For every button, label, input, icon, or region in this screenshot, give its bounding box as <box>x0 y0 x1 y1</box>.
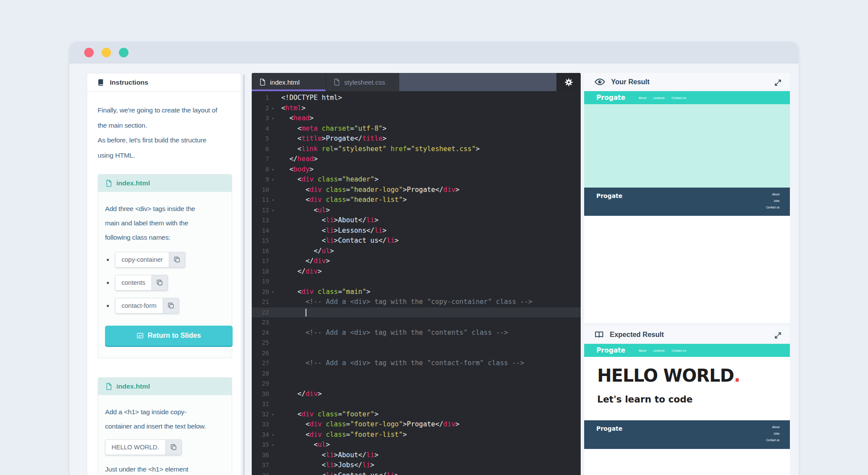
preview-footer-link[interactable]: Contact us <box>766 204 779 211</box>
your-result-header: Your Result <box>584 73 790 91</box>
your-result-main-area <box>584 104 790 188</box>
copy-button[interactable] <box>169 252 185 267</box>
code-line-6[interactable]: 6 <link rel="stylesheet" href="styleshee… <box>252 144 581 155</box>
copy-button[interactable] <box>163 298 179 313</box>
task-text: container and insert the text below. <box>105 419 226 433</box>
task-text: main and label them with the <box>105 216 226 230</box>
preview-nav-link[interactable]: Lessons <box>653 349 664 352</box>
preview-footer-link[interactable]: About <box>766 424 779 430</box>
code-line-36[interactable]: 36 <li>About</li> <box>252 450 581 461</box>
line-number: 27 <box>252 358 269 369</box>
code-line-31[interactable]: 31 <box>252 399 581 409</box>
app-window: Instructions Finally, we're going to cre… <box>69 42 799 475</box>
close-window-button[interactable] <box>84 48 94 57</box>
intro-line: Finally, we're going to create the layou… <box>98 103 232 118</box>
line-number: 2 <box>252 103 269 114</box>
instructions-title: Instructions <box>110 79 148 86</box>
fullscreen-window-button[interactable] <box>119 48 128 57</box>
code-line-12[interactable]: 12▾ <ul> <box>252 205 581 216</box>
code-line-37[interactable]: 37 <li>Jobs</li> <box>252 460 581 471</box>
line-number: 24 <box>252 328 269 338</box>
code-line-22[interactable]: 22 <box>252 307 581 318</box>
code-area[interactable]: 1<!DOCTYPE html>2▾<html>3▾ <head>4 <meta… <box>252 91 581 475</box>
preview-footer-link[interactable]: Jobs <box>766 198 779 204</box>
code-line-7[interactable]: 7 </head> <box>252 154 581 165</box>
fold-arrow-icon[interactable]: ▾ <box>269 175 277 185</box>
code-line-27[interactable]: 27 <!-- Add a <div> tag with the "contac… <box>252 358 581 369</box>
code-line-8[interactable]: 8▾ <body> <box>252 165 581 175</box>
minimize-window-button[interactable] <box>102 48 111 57</box>
expected-result-header: Expected Result <box>584 326 790 344</box>
code-text: <title>Progate</title> <box>277 134 387 144</box>
code-line-29[interactable]: 29 <box>252 379 581 389</box>
code-line-21[interactable]: 21 <!-- Add a <div> tag with the "copy-c… <box>252 297 581 307</box>
fold-arrow-icon[interactable]: ▾ <box>269 409 277 420</box>
editor-settings-button[interactable] <box>556 73 581 91</box>
preview-footer-link[interactable]: About <box>766 191 779 198</box>
code-line-38[interactable]: 38 <li>Contact us</li> <box>252 471 581 475</box>
code-line-17[interactable]: 17 </div> <box>252 256 581 267</box>
tab-stylesheet-css[interactable]: stylesheet.css <box>326 73 399 91</box>
line-number: 12 <box>252 205 269 216</box>
code-line-1[interactable]: 1<!DOCTYPE html> <box>252 93 581 103</box>
tab-index-html[interactable]: index.html <box>252 73 326 91</box>
code-line-3[interactable]: 3▾ <head> <box>252 113 581 124</box>
fold-arrow-icon[interactable]: ▾ <box>269 103 277 114</box>
line-number: 36 <box>252 450 269 461</box>
code-line-18[interactable]: 18 </div> <box>252 267 581 277</box>
fold-arrow-icon[interactable]: ▾ <box>269 430 277 440</box>
code-line-15[interactable]: 15 <li>Contact us</li> <box>252 236 581 246</box>
code-line-24[interactable]: 24 <!-- Add a <div> tag with the "conten… <box>252 328 581 338</box>
copy-button[interactable] <box>151 275 168 290</box>
code-line-9[interactable]: 9▾ <div class="header"> <box>252 175 581 185</box>
code-line-2[interactable]: 2▾<html> <box>252 103 581 114</box>
return-to-slides-button[interactable]: Return to Slides <box>105 326 233 346</box>
code-line-30[interactable]: 30 </div> <box>252 389 581 399</box>
preview-footer-link[interactable]: Jobs <box>766 430 779 437</box>
preview-footer-logo: Progate <box>596 425 622 432</box>
preview-footer-links: About Jobs Contact us <box>766 424 779 443</box>
task-card-1: index.html Add three <div> tags inside t… <box>98 174 232 358</box>
fold-arrow-icon[interactable]: ▾ <box>269 165 277 175</box>
tab-label: index.html <box>270 79 299 86</box>
preview-nav-link[interactable]: Contact us <box>671 96 686 99</box>
expand-expected-result-button[interactable] <box>773 331 782 340</box>
fold-arrow-icon[interactable]: ▾ <box>269 287 277 297</box>
fold-arrow-icon[interactable]: ▾ <box>269 113 277 124</box>
code-line-11[interactable]: 11▾ <div class="header-list"> <box>252 195 581 205</box>
code-line-13[interactable]: 13 <li>About</li> <box>252 215 581 226</box>
code-line-33[interactable]: 33 <div class="footer-logo">Progate</div… <box>252 419 581 430</box>
preview-nav-link[interactable]: About <box>638 96 646 99</box>
code-line-28[interactable]: 28 <box>252 369 581 379</box>
fold-arrow-icon[interactable]: ▾ <box>269 195 277 205</box>
code-text: <!DOCTYPE html> <box>277 93 342 103</box>
code-line-26[interactable]: 26 <box>252 348 581 359</box>
expand-your-result-button[interactable] <box>773 78 782 87</box>
code-text: <!-- Add a <div> tag with the "contents"… <box>277 328 508 338</box>
code-line-32[interactable]: 32▾ <div class="footer"> <box>252 409 581 420</box>
expected-heading: HELLO WORLD. <box>597 366 740 386</box>
copy-button[interactable] <box>165 439 182 455</box>
fold-arrow-icon[interactable]: ▾ <box>269 440 277 450</box>
code-text: <body> <box>277 165 314 175</box>
line-number: 16 <box>252 246 269 257</box>
code-line-5[interactable]: 5 <title>Progate</title> <box>252 134 581 144</box>
code-line-35[interactable]: 35▾ <ul> <box>252 440 581 450</box>
heading-period: . <box>734 366 740 386</box>
code-line-20[interactable]: 20▾ <div class="main"> <box>252 287 581 297</box>
preview-nav-link[interactable]: Lessons <box>653 96 664 99</box>
preview-nav-link[interactable]: Contact us <box>671 349 686 352</box>
fold-arrow-icon[interactable]: ▾ <box>269 205 277 216</box>
code-line-16[interactable]: 16 </ul> <box>252 246 581 257</box>
code-line-19[interactable]: 19 <box>252 277 581 287</box>
instructions-scrollbar[interactable] <box>243 75 245 475</box>
preview-nav-link[interactable]: About <box>638 349 646 352</box>
line-number: 25 <box>252 338 269 348</box>
code-line-4[interactable]: 4 <meta charset="utf-8"> <box>252 124 581 134</box>
code-line-14[interactable]: 14 <li>Lessons</li> <box>252 226 581 236</box>
code-line-23[interactable]: 23 <box>252 317 581 328</box>
code-line-34[interactable]: 34▾ <div class="footer-list"> <box>252 430 581 440</box>
code-line-10[interactable]: 10 <div class="header-logo">Progate</div… <box>252 185 581 195</box>
preview-footer-link[interactable]: Contact us <box>766 437 779 443</box>
code-line-25[interactable]: 25 <box>252 338 581 348</box>
